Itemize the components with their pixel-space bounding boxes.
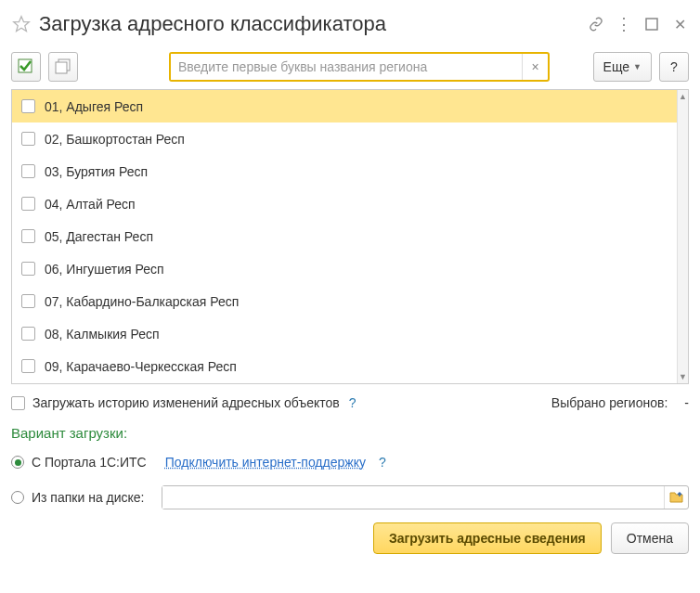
list-item[interactable]: 01, Адыгея Респ — [12, 90, 677, 122]
check-all-button[interactable] — [11, 52, 41, 82]
load-history-checkbox[interactable] — [11, 396, 25, 410]
more-label: Еще — [603, 59, 630, 74]
page-title: Загрузка адресного классификатора — [39, 12, 587, 36]
region-checkbox[interactable] — [21, 262, 35, 276]
list-item[interactable]: 09, Карачаево-Черкесская Респ — [12, 350, 677, 382]
region-name: 03, Бурятия Респ — [45, 164, 148, 179]
list-item[interactable]: 02, Башкортостан Респ — [12, 122, 677, 155]
selected-regions-value: - — [684, 395, 689, 410]
svg-marker-0 — [14, 17, 30, 32]
history-help-icon[interactable]: ? — [349, 395, 356, 410]
region-checkbox[interactable] — [21, 132, 35, 146]
scrollbar[interactable]: ▲ ▼ — [677, 90, 688, 383]
region-name: 01, Адыгея Респ — [45, 99, 143, 114]
connect-support-link[interactable]: Подключить интернет-поддержку — [165, 455, 366, 470]
help-button[interactable]: ? — [659, 52, 689, 82]
scroll-up-icon[interactable]: ▲ — [678, 90, 688, 103]
list-item[interactable]: 05, Дагестан Респ — [12, 220, 677, 252]
list-item[interactable]: 04, Алтай Респ — [12, 187, 677, 220]
uncheck-all-button[interactable] — [48, 52, 78, 82]
region-name: 08, Калмыкия Респ — [45, 327, 160, 342]
favorite-star-icon[interactable] — [11, 14, 32, 34]
link-icon[interactable] — [587, 15, 605, 33]
browse-folder-button[interactable] — [664, 486, 688, 509]
search-input[interactable] — [171, 54, 522, 80]
close-icon[interactable]: ✕ — [670, 15, 689, 33]
region-name: 05, Дагестан Респ — [45, 229, 153, 244]
cancel-button[interactable]: Отмена — [611, 522, 689, 554]
load-button[interactable]: Загрузить адресные сведения — [373, 522, 602, 554]
region-name: 02, Башкортостан Респ — [45, 132, 185, 147]
load-history-label: Загружать историю изменений адресных объ… — [32, 395, 340, 410]
region-checkbox[interactable] — [21, 197, 35, 211]
svg-rect-1 — [646, 19, 657, 30]
region-checkbox[interactable] — [21, 294, 35, 308]
region-name: 06, Ингушетия Респ — [45, 262, 164, 277]
region-checkbox[interactable] — [21, 229, 35, 243]
chevron-down-icon: ▼ — [633, 62, 642, 71]
region-checkbox[interactable] — [21, 327, 35, 341]
region-name: 09, Карачаево-Черкесская Респ — [45, 359, 237, 374]
region-checkbox[interactable] — [21, 99, 35, 113]
more-menu-button[interactable]: Еще ▼ — [593, 52, 652, 82]
scroll-down-icon[interactable]: ▼ — [678, 370, 688, 383]
maximize-icon[interactable] — [642, 15, 661, 33]
selected-regions-label: Выбрано регионов: — [551, 395, 668, 410]
load-variant-title: Вариант загрузки: — [11, 425, 689, 441]
radio-folder[interactable] — [11, 491, 24, 504]
support-help-icon[interactable]: ? — [379, 455, 386, 470]
folder-path-input[interactable] — [162, 486, 664, 509]
list-item[interactable]: 03, Бурятия Респ — [12, 155, 677, 187]
radio-portal-label: С Портала 1С:ИТС — [32, 455, 147, 470]
region-name: 04, Алтай Респ — [45, 197, 136, 212]
list-item[interactable]: 07, Кабардино-Балкарская Респ — [12, 285, 677, 317]
kebab-menu-icon[interactable]: ⋮ — [615, 15, 633, 33]
svg-rect-4 — [56, 62, 67, 73]
list-item[interactable]: 08, Калмыкия Респ — [12, 317, 677, 350]
radio-folder-label: Из папки на диске: — [32, 490, 145, 505]
region-checkbox[interactable] — [21, 359, 35, 373]
region-checkbox[interactable] — [21, 164, 35, 178]
clear-search-button[interactable]: × — [522, 54, 548, 80]
region-list: 01, Адыгея Респ02, Башкортостан Респ03, … — [12, 90, 677, 383]
list-item[interactable]: 06, Ингушетия Респ — [12, 252, 677, 285]
radio-portal[interactable] — [11, 456, 24, 469]
region-name: 07, Кабардино-Балкарская Респ — [45, 294, 239, 309]
